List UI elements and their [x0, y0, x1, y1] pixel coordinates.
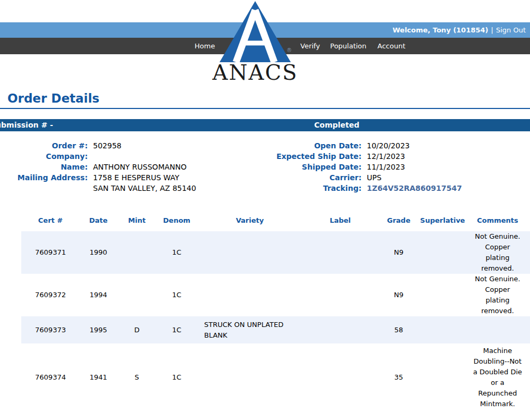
col-header-cert: Cert #	[21, 209, 80, 231]
anacs-wordmark: ANACS	[212, 61, 299, 83]
order-info-left: Order #: 502958 Company: Name: ANTHONY R…	[0, 140, 196, 194]
expected-ship-date-row: Expected Ship Date: 12/1/2023	[223, 151, 462, 162]
sign-out-link[interactable]: Sign Out	[496, 26, 526, 34]
date-cell: 1995	[80, 316, 117, 343]
table-header-row: Cert # Date Mint Denom Variety Label Gra…	[21, 209, 530, 231]
title-divider	[0, 108, 530, 109]
denom-cell: 1C	[157, 343, 197, 411]
superlative-cell	[420, 343, 465, 411]
date-cell: 1941	[80, 343, 117, 411]
grade-cell: 35	[377, 343, 420, 411]
denom-cell: 1C	[157, 316, 197, 343]
label-cell	[303, 316, 377, 343]
variety-cell	[197, 343, 303, 411]
col-header-comments: Comments	[465, 209, 530, 231]
tracking-row: Tracking: 1Z64V52RA860917547	[223, 183, 462, 194]
denom-cell: 1C	[157, 274, 197, 316]
cert-cell: 7609374	[21, 343, 80, 411]
variety-cell	[197, 231, 303, 274]
superlative-cell	[420, 274, 465, 316]
variety-cell	[197, 274, 303, 316]
col-header-mint: Mint	[117, 209, 157, 231]
order-info-right: Open Date: 10/20/2023 Expected Ship Date…	[223, 140, 462, 194]
mint-cell: D	[117, 316, 157, 343]
col-header-grade: Grade	[377, 209, 420, 231]
page-title: Order Details	[7, 91, 99, 105]
name-value: ANTHONY RUSSOMANNO	[93, 162, 187, 172]
label-cell	[303, 343, 377, 411]
company-row: Company:	[0, 151, 196, 162]
welcome-text: Welcome, Tony (101854)	[392, 26, 488, 34]
variety-cell: STRUCK ON UNPLATED BLANK	[197, 316, 303, 343]
comments-cell: Not Genuine. Copper plating removed.	[465, 231, 530, 274]
status-badge: Completed	[144, 119, 530, 131]
open-date-value: 10/20/2023	[367, 140, 410, 151]
mailing-address-row2: SAN TAN VALLEY, AZ 85140	[0, 183, 196, 194]
col-header-date: Date	[80, 209, 117, 231]
table-row: 7609372 1994 1C N9 Not Genuine. Copper p…	[21, 274, 530, 316]
mailing-address-line2: SAN TAN VALLEY, AZ 85140	[93, 183, 196, 194]
submission-status-bar: Submission # - Completed	[0, 119, 530, 131]
name-row: Name: ANTHONY RUSSOMANNO	[0, 162, 196, 172]
cert-cell: 7609372	[21, 274, 80, 316]
submission-items-table: Cert # Date Mint Denom Variety Label Gra…	[21, 209, 530, 411]
mint-cell: S	[117, 343, 157, 411]
registered-trademark-icon: ®	[287, 47, 292, 53]
shipped-date-value: 11/1/2023	[367, 162, 405, 172]
welcome-separator: |	[491, 26, 493, 34]
mailing-address-label: Mailing Address:	[0, 172, 88, 183]
mailing-address-row: Mailing Address: 1758 E HESPERUS WAY	[0, 172, 196, 183]
tracking-label: Tracking:	[223, 183, 361, 194]
col-header-superlative: Superlative	[420, 209, 465, 231]
company-label: Company:	[0, 151, 88, 162]
open-date-label: Open Date:	[223, 140, 361, 151]
col-header-label: Label	[303, 209, 377, 231]
cert-cell: 7609373	[21, 316, 80, 343]
shipped-date-row: Shipped Date: 11/1/2023	[223, 162, 462, 172]
expected-ship-date-label: Expected Ship Date:	[223, 151, 361, 162]
nav-item-verify[interactable]: Verify	[300, 38, 320, 54]
tracking-number-link[interactable]: 1Z64V52RA860917547	[367, 184, 462, 192]
table-row: 7609373 1995 D 1C STRUCK ON UNPLATED BLA…	[21, 316, 530, 343]
mint-cell	[117, 231, 157, 274]
col-header-variety: Variety	[197, 209, 303, 231]
anacs-logo[interactable]: ANACS ®	[212, 1, 299, 85]
anacs-triangle-icon	[220, 1, 291, 62]
label-cell	[303, 231, 377, 274]
mailing-address-line1: 1758 E HESPERUS WAY	[93, 172, 179, 183]
table-row: 7609371 1990 1C N9 Not Genuine. Copper p…	[21, 231, 530, 274]
carrier-value: UPS	[367, 172, 382, 183]
grade-cell: 58	[377, 316, 420, 343]
superlative-cell	[420, 316, 465, 343]
order-number-value: 502958	[93, 140, 121, 151]
date-cell: 1990	[80, 231, 117, 274]
grade-cell: N9	[377, 231, 420, 274]
col-header-denom: Denom	[157, 209, 197, 231]
order-details-page: Welcome, Tony (101854) | Sign Out Home V…	[0, 0, 530, 420]
name-label: Name:	[0, 162, 88, 172]
denom-cell: 1C	[157, 231, 197, 274]
comments-cell	[465, 316, 530, 343]
nav-item-population[interactable]: Population	[330, 38, 366, 54]
superlative-cell	[420, 231, 465, 274]
label-cell	[303, 274, 377, 316]
comments-cell: Not Genuine. Copper plating removed.	[465, 274, 530, 316]
table-row: 7609374 1941 S 1C 35 Machine Doubling--N…	[21, 343, 530, 411]
carrier-label: Carrier:	[223, 172, 361, 183]
carrier-row: Carrier: UPS	[223, 172, 462, 183]
expected-ship-date-value: 12/1/2023	[367, 151, 405, 162]
shipped-date-label: Shipped Date:	[223, 162, 361, 172]
cert-cell: 7609371	[21, 231, 80, 274]
open-date-row: Open Date: 10/20/2023	[223, 140, 462, 151]
grade-cell: N9	[377, 274, 420, 316]
nav-item-account[interactable]: Account	[377, 38, 406, 54]
submission-number-label: Submission # -	[0, 119, 53, 131]
comments-cell: Machine Doubling--Not a Doubled Die or a…	[465, 343, 530, 411]
order-number-label: Order #:	[0, 140, 88, 151]
order-number-row: Order #: 502958	[0, 140, 196, 151]
mint-cell	[117, 274, 157, 316]
date-cell: 1994	[80, 274, 117, 316]
